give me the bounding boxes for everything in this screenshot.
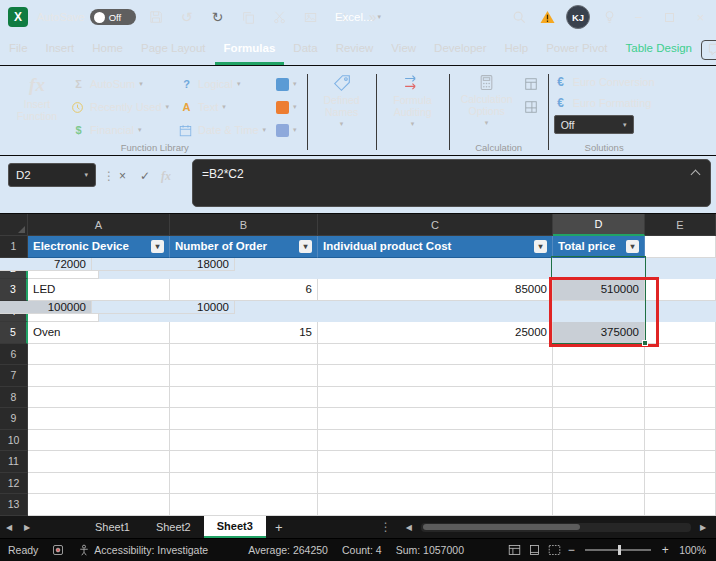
name-box-resizer[interactable]: ⋮ xyxy=(103,169,115,183)
cell-C12[interactable] xyxy=(318,473,553,495)
scrollbar-track[interactable] xyxy=(421,523,691,532)
cell-B11[interactable] xyxy=(170,451,318,473)
cell-D7[interactable] xyxy=(553,365,645,387)
calculation-options-button[interactable]: Calculation Options ▾ xyxy=(455,71,519,127)
cell-D9[interactable] xyxy=(553,408,645,430)
cell-C10[interactable] xyxy=(318,430,553,452)
cell-A6[interactable] xyxy=(28,344,170,366)
cell-E8[interactable] xyxy=(645,387,716,409)
comments-button[interactable] xyxy=(701,40,716,60)
column-header-E[interactable]: E xyxy=(645,214,716,236)
column-header-A[interactable]: A xyxy=(28,214,170,236)
menu-tab-view[interactable]: View xyxy=(382,34,425,65)
cell-D11[interactable] xyxy=(553,451,645,473)
row-header-8[interactable]: 8 xyxy=(0,387,28,409)
filter-button[interactable]: ▾ xyxy=(299,240,312,253)
cancel-button[interactable]: × xyxy=(119,169,126,183)
cell-A13[interactable] xyxy=(28,494,170,516)
autosave-control[interactable]: AutoSave Off xyxy=(37,9,136,25)
cell-A1[interactable]: Electronic Device▾ xyxy=(28,236,170,258)
fill-handle[interactable] xyxy=(642,340,648,346)
cell-B12[interactable] xyxy=(170,473,318,495)
macro-record-button[interactable] xyxy=(45,544,71,556)
autosum-button[interactable]: Σ AutoSum ▾ xyxy=(66,73,174,95)
zoom-slider[interactable] xyxy=(585,549,651,551)
window-title[interactable]: Excel... ▾ xyxy=(335,11,381,23)
cell-A12[interactable] xyxy=(28,473,170,495)
text-functions-button[interactable]: A Text ▾ xyxy=(174,96,271,118)
cell-D5[interactable]: 375000 xyxy=(553,322,645,344)
cell-C1[interactable]: Individual product Cost▾ xyxy=(318,236,553,258)
sheet-tab-sheet2[interactable]: Sheet2 xyxy=(143,516,204,538)
row-header-11[interactable]: 11 xyxy=(0,451,28,473)
cell-D3[interactable]: 510000 xyxy=(553,279,645,301)
picture-button[interactable] xyxy=(300,5,322,29)
logical-button[interactable]: ? Logical ▾ xyxy=(174,73,271,95)
formula-auditing-button[interactable]: Formula Auditing ▾ xyxy=(382,71,444,128)
solutions-dropdown[interactable]: Off ▾ xyxy=(554,115,634,134)
cell-E13[interactable] xyxy=(645,494,716,516)
cell-A9[interactable] xyxy=(28,408,170,430)
cell-D1[interactable]: Total price▾ xyxy=(553,236,645,258)
cell-E7[interactable] xyxy=(645,365,716,387)
page-layout-view-button[interactable] xyxy=(524,544,544,556)
enter-button[interactable]: ✓ xyxy=(140,169,150,183)
row-header-13[interactable]: 13 xyxy=(0,494,28,516)
cut-button[interactable] xyxy=(269,5,291,29)
sheet-nav-right-icon[interactable]: ▶ xyxy=(18,516,36,538)
zoom-level[interactable]: 100% xyxy=(672,544,716,556)
euro-formatting-button[interactable]: € Euro Formatting xyxy=(554,92,652,113)
financial-button[interactable]: $ Financial ▾ xyxy=(66,119,174,141)
sheet-tab-sheet1[interactable]: Sheet1 xyxy=(82,516,143,538)
cell-A5[interactable]: Oven xyxy=(28,322,170,344)
row-header-10[interactable]: 10 xyxy=(0,430,28,452)
cell-D8[interactable] xyxy=(553,387,645,409)
date-time-button[interactable]: Date & Time ▾ xyxy=(174,119,271,141)
collapse-formula-bar-icon[interactable] xyxy=(691,170,701,180)
save-button[interactable] xyxy=(145,5,167,29)
row-header-1[interactable]: 1 xyxy=(0,236,28,258)
cell-D4[interactable]: 100000 xyxy=(0,301,92,314)
cell-A7[interactable] xyxy=(28,365,170,387)
zoom-slider-thumb[interactable] xyxy=(618,545,621,555)
menu-tab-review[interactable]: Review xyxy=(327,34,383,65)
insert-function-button[interactable]: fx Insert Function xyxy=(8,71,66,122)
cell-B1[interactable]: Number of Order▾ xyxy=(170,236,318,258)
scroll-right-icon[interactable]: ▶ xyxy=(694,523,712,532)
cell-E5[interactable] xyxy=(645,322,716,344)
menu-tab-insert[interactable]: Insert xyxy=(37,34,84,65)
sheet-tab-menu[interactable]: ⋮ xyxy=(380,516,392,538)
cell-D6[interactable] xyxy=(553,344,645,366)
menu-tab-home[interactable]: Home xyxy=(83,34,132,65)
cell-B13[interactable] xyxy=(170,494,318,516)
undo-button[interactable]: ↺ xyxy=(176,5,198,29)
filter-button[interactable]: ▾ xyxy=(534,240,547,253)
row-header-7[interactable]: 7 xyxy=(0,365,28,387)
menu-tab-page-layout[interactable]: Page Layout xyxy=(132,34,215,65)
cell-B6[interactable] xyxy=(170,344,318,366)
cell-B9[interactable] xyxy=(170,408,318,430)
cell-E10[interactable] xyxy=(645,430,716,452)
more-functions-button[interactable]: ▾ xyxy=(271,119,302,141)
normal-view-button[interactable] xyxy=(504,544,524,556)
cell-E9[interactable] xyxy=(645,408,716,430)
tips-button[interactable] xyxy=(595,0,623,34)
cell-A11[interactable] xyxy=(28,451,170,473)
cell-B8[interactable] xyxy=(170,387,318,409)
insert-function-icon[interactable]: fx xyxy=(161,169,171,184)
page-break-view-button[interactable] xyxy=(544,544,564,556)
math-trig-button[interactable]: ▾ xyxy=(271,96,302,118)
cell-D10[interactable] xyxy=(553,430,645,452)
row-header-6[interactable]: 6 xyxy=(0,344,28,366)
search-button[interactable] xyxy=(505,0,533,34)
copy-button[interactable] xyxy=(238,5,260,29)
cell-C11[interactable] xyxy=(318,451,553,473)
name-box[interactable]: D2 ▾ xyxy=(8,163,96,187)
formula-input[interactable]: =B2*C2 xyxy=(192,159,711,207)
row-header-12[interactable]: 12 xyxy=(0,473,28,495)
cell-C5[interactable]: 25000 xyxy=(318,322,553,344)
cell-B3[interactable]: 6 xyxy=(170,279,318,301)
select-all-corner[interactable] xyxy=(0,214,28,236)
column-header-D[interactable]: D xyxy=(553,214,645,236)
menu-tab-formulas[interactable]: Formulas xyxy=(215,34,285,65)
